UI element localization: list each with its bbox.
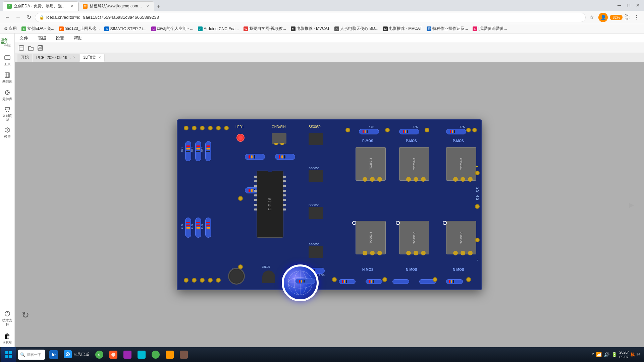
taskbar-icon-8: [180, 351, 188, 359]
plus-sign: +: [476, 164, 478, 169]
sidebar-item-model[interactable]: 模型: [1, 124, 14, 141]
eda-tab-pcb-label: PCB_2020-09-19...: [36, 55, 71, 60]
taskbar-item-browser[interactable]: e: [93, 348, 106, 361]
via-top-2: [192, 126, 197, 130]
menu-item-settings[interactable]: 设置: [54, 34, 66, 43]
svg-point-13: [8, 111, 9, 112]
eda-toolbar: [15, 43, 644, 53]
taskbar-item-7[interactable]: [163, 348, 176, 361]
to252-label-b3: TO252-3: [460, 232, 463, 243]
sidebar-item-support[interactable]: ? 技术支持: [1, 308, 14, 328]
model-label: 模型: [4, 135, 11, 139]
via-bot-1: [184, 278, 189, 283]
bookmark-button[interactable]: ☆: [587, 13, 596, 22]
tab-lceda[interactable]: E 立创EDA - 免费、易用、强大的... ✕: [3, 1, 78, 11]
menu-item-file[interactable]: 文件: [17, 34, 30, 43]
bookmark-zixue[interactable]: W 我要自学网-视频教...: [242, 25, 287, 32]
pcb-canvas-area[interactable]: ↻ LED1 GND/SIN SS3050: [15, 62, 644, 347]
pmos-label-1: P-MOS: [362, 139, 373, 143]
tab-close-2[interactable]: ✕: [145, 4, 150, 9]
bookmark-mvcat2[interactable]: M 电影推荐 · MVCAT: [382, 25, 423, 32]
r47k-label-3: 47K: [460, 125, 465, 128]
toolbar-save[interactable]: [36, 44, 44, 52]
forward-button[interactable]: →: [13, 13, 23, 22]
taskbar-item-6[interactable]: [149, 348, 162, 361]
bookmark-luoli[interactable]: L [我爱萝莉爱萝...: [471, 25, 508, 32]
recycle-bin[interactable]: 🗑 回收站: [1, 331, 13, 346]
bookmark-arduino[interactable]: A Arduino CNC Foa...: [197, 26, 240, 32]
taskbar-tray: ^ 📶 🔊 🔋 2020/ 09/07 模 吧: [592, 350, 643, 360]
bookmark-tezhong[interactable]: 特 特种作业操作证及...: [425, 25, 469, 32]
taskbar-item-5[interactable]: [135, 348, 148, 361]
back-button[interactable]: ←: [3, 13, 12, 22]
ss8050-pkg-1: [309, 170, 323, 182]
new-tab-button[interactable]: +: [154, 2, 163, 11]
bookmark-mvcat1-label: 电影推荐 · MVCAT: [297, 26, 330, 32]
taskbar-item-8[interactable]: [177, 348, 191, 361]
sidebar-item-tools[interactable]: 工具: [1, 52, 14, 68]
typhoon-icon: [64, 350, 72, 358]
taskbar-item-3[interactable]: [107, 348, 120, 361]
menu-button[interactable]: ⋮: [632, 13, 641, 22]
via-br-3: [433, 277, 437, 282]
bookmark-lceda[interactable]: E 立创EDA - 免...: [20, 25, 56, 32]
r6-label: 5K5: [201, 224, 204, 229]
bookmark-simatic[interactable]: S SIMATIC STEP 7 i...: [103, 26, 148, 32]
sidebar-item-basiclib[interactable]: 基础库: [1, 69, 14, 86]
bookmark-mvcat1[interactable]: M 电影推荐 · MVCAT: [289, 25, 331, 32]
eda-tab-pcb[interactable]: PCB_2020-09-19... ✕: [33, 54, 79, 62]
menu-item-advanced[interactable]: 高级: [36, 34, 48, 43]
bookmark-cavaj-icon: C: [151, 26, 156, 31]
via-tr-5: [472, 128, 477, 132]
eda-menu-bar: 文件 高级 设置 帮助: [15, 34, 644, 43]
toolbar-open[interactable]: [27, 44, 35, 52]
reload-button[interactable]: ↻: [24, 13, 34, 22]
canvas-refresh-icon[interactable]: ↻: [21, 309, 29, 320]
minimize-button[interactable]: ─: [616, 2, 623, 9]
resistor-h1: [245, 154, 265, 160]
bookmark-hao123[interactable]: H hao123_上网从这...: [58, 25, 101, 32]
sound-icon[interactable]: 🔊: [604, 352, 609, 357]
taskbar-search[interactable]: 🔍 搜索一下: [18, 350, 45, 360]
sidebar-item-complib[interactable]: 元件库: [1, 86, 14, 103]
tab-jiegeng[interactable]: 桔 桔梗导航[www.jiegeng.com]_免... ✕: [78, 1, 154, 11]
connector-pin-1: [274, 143, 278, 145]
eda-tab-3d-close[interactable]: ✕: [98, 56, 101, 59]
address-bar[interactable]: 🔒 lceda.cn/editor#id=9ae118cf75594a6a81c…: [35, 13, 586, 22]
tab-close-1[interactable]: ✕: [69, 4, 74, 9]
eda-tab-pcb-close[interactable]: ✕: [73, 56, 75, 59]
bookmark-apps[interactable]: ⚙ 应用: [3, 25, 18, 32]
taskbar-item-4[interactable]: [121, 348, 134, 361]
bookmark-apps-label: 应用: [9, 26, 17, 32]
battery-icon[interactable]: 🔋: [611, 352, 617, 357]
eda-tab-start[interactable]: 开始: [17, 54, 32, 62]
eda-tabs: 开始 PCB_2020-09-19... ✕ 3D预览 ✕: [15, 53, 644, 62]
main-area: 立创EDA 标准版 工具 基础库 元件库: [0, 34, 644, 347]
windows-icon: [5, 351, 12, 358]
reg78l05-pkg: [262, 270, 275, 283]
maximize-button[interactable]: □: [625, 2, 632, 9]
mobi-logo: 模: [631, 352, 635, 358]
menu-item-help[interactable]: 帮助: [72, 34, 85, 43]
eda-tab-3d[interactable]: 3D预览 ✕: [79, 54, 105, 62]
svg-rect-30: [5, 355, 8, 358]
bookmark-android[interactable]: 人 人形电脑天使心 BD...: [333, 25, 380, 32]
network-icon[interactable]: 📶: [596, 352, 602, 357]
toolbar-new[interactable]: [17, 44, 25, 52]
r4-label: 5K5: [180, 224, 183, 229]
profile-circle[interactable]: 👤: [598, 13, 608, 22]
close-button[interactable]: ✕: [635, 2, 641, 9]
to252-top-1: TO252-3: [356, 147, 386, 181]
sidebar-item-store[interactable]: 立创商城: [1, 104, 14, 123]
taskbar-item-ie[interactable]: Ie: [47, 348, 60, 361]
bookmark-tezhong-icon: 特: [427, 26, 431, 31]
bookmark-cavaj[interactable]: C cavaj的个人空间 - ...: [150, 25, 195, 32]
taskbar-item-typhoon[interactable]: 台风巴威: [61, 348, 92, 361]
taskbar-icon-3: [109, 351, 117, 359]
tray-icon-1[interactable]: ^: [592, 352, 594, 357]
start-button[interactable]: [1, 347, 16, 362]
ss3050-pkg: [309, 133, 323, 145]
title-bar: E 立创EDA - 免费、易用、强大的... ✕ 桔 桔梗导航[www.jieg…: [0, 0, 644, 11]
clock: 2020/ 09/07: [619, 350, 629, 360]
bookmark-simatic-label: SIMATIC STEP 7 i...: [110, 26, 146, 31]
